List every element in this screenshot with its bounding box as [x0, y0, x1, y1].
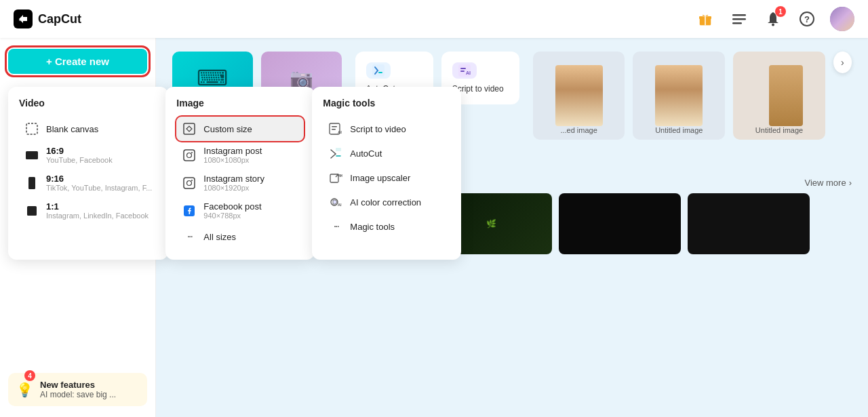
svg-point-22 — [191, 152, 193, 153]
dropdown-item-16-9[interactable]: 16:9 YouTube, Facebook — [19, 141, 157, 169]
ratio-1-1-label: 1:1 — [46, 201, 149, 212]
instagram-post-sub: 1080×1080px — [203, 156, 262, 164]
svg-rect-15 — [26, 123, 37, 134]
autocut-magic-icon — [328, 146, 343, 161]
dropdown-item-autocut[interactable]: AutoCut — [323, 141, 450, 165]
create-new-button[interactable]: + Create new — [8, 49, 147, 74]
features-text-area: New features AI model: save big ... — [40, 380, 116, 399]
script-icon: AI — [328, 121, 343, 136]
dropdown-image-column: Image Custom size Instagram post 10 — [165, 87, 315, 260]
svg-rect-13 — [460, 71, 465, 72]
dropdown-item-custom-size[interactable]: Custom size — [176, 117, 304, 141]
color-correction-icon: AI — [328, 195, 343, 210]
svg-rect-23 — [184, 178, 195, 188]
svg-rect-20 — [184, 150, 195, 161]
autocut-magic-label: AutoCut — [350, 148, 382, 159]
svg-point-24 — [187, 180, 192, 185]
dropdown-item-script-to-video[interactable]: AI Script to video — [323, 117, 450, 141]
features-title: New features — [40, 380, 116, 390]
svg-point-25 — [191, 180, 193, 181]
template-card-4[interactable] — [559, 193, 681, 254]
navbar-logo-area: CapCut — [14, 9, 81, 28]
dropdown-item-image-upscaler[interactable]: 4K Image upscaler — [323, 165, 450, 190]
dropdown-magic-title: Magic tools — [323, 98, 450, 108]
ratio-1-1-sub: Instagram, LinkedIn, Facebook — [46, 212, 149, 220]
dropdown-item-9-16[interactable]: 9:16 TikTok, YouTube, Instagram, F... — [19, 169, 157, 197]
svg-text:4K: 4K — [338, 174, 342, 178]
template-card-5[interactable] — [688, 193, 810, 254]
svg-text:AI: AI — [338, 203, 342, 207]
svg-rect-5 — [732, 18, 746, 20]
all-sizes-label: All sizes — [203, 232, 236, 242]
svg-text:?: ? — [804, 14, 810, 24]
new-features-badge[interactable]: 4 💡 New features AI model: save big ... — [8, 373, 147, 406]
app-logo-text: CapCut — [38, 12, 81, 26]
instagram-post-label: Instagram post — [203, 146, 262, 156]
instagram-story-icon — [182, 176, 197, 191]
svg-text:AI: AI — [338, 130, 342, 134]
facebook-post-sub: 940×788px — [203, 212, 261, 220]
upscaler-icon: 4K — [328, 170, 343, 185]
view-more-text: View more — [804, 178, 846, 188]
gift-icon-btn[interactable] — [694, 8, 716, 30]
features-count-badge: 4 — [24, 370, 35, 381]
lightbulb-icon: 💡 — [16, 382, 33, 398]
image-upscaler-label: Image upscaler — [350, 173, 410, 183]
bell-icon-btn[interactable]: 1 — [762, 8, 784, 30]
svg-rect-29 — [332, 129, 336, 130]
navbar: CapCut 1 — [0, 0, 868, 38]
dropdown-item-1-1[interactable]: 1:1 Instagram, LinkedIn, Facebook — [19, 197, 157, 224]
avatar-image — [830, 7, 854, 31]
image-thumb-1[interactable]: ...ed image — [533, 52, 625, 140]
canvas-icon — [24, 121, 39, 136]
svg-rect-19 — [184, 123, 195, 134]
chevron-right-icon: › — [849, 178, 852, 188]
dropdown-video-title: Video — [19, 98, 157, 108]
bell-badge: 1 — [775, 6, 786, 17]
device-icon-purple: 📷 — [290, 67, 313, 90]
image-thumb-3[interactable]: Untitled image — [733, 52, 825, 140]
ratio-9-16-sub: TikTok, YouTube, Instagram, F... — [46, 184, 152, 192]
next-arrow-button[interactable]: › — [833, 52, 852, 73]
svg-rect-16 — [26, 151, 38, 159]
dropdown-item-all-sizes[interactable]: ··· All sizes — [176, 224, 304, 249]
dropdown-item-blank-canvas[interactable]: Blank canvas — [19, 117, 157, 141]
dropdown-image-title: Image — [176, 98, 304, 108]
magic-tools-label: Magic tools — [350, 222, 395, 232]
help-icon: ? — [800, 12, 814, 26]
svg-rect-18 — [27, 206, 37, 216]
image-label-3: Untitled image — [755, 126, 803, 134]
instagram-post-icon — [182, 148, 197, 163]
custom-size-icon — [182, 121, 197, 136]
instagram-story-sub: 1080×1920px — [203, 184, 264, 192]
dropdown-item-instagram-story[interactable]: Instagram story 1080×1920px — [176, 169, 304, 197]
script-to-video-label: Script to video — [350, 124, 406, 134]
avatar[interactable] — [830, 7, 854, 31]
dropdown-item-instagram-post[interactable]: Instagram post 1080×1080px — [176, 141, 304, 169]
all-sizes-icon: ··· — [182, 229, 197, 244]
ai-color-correction-label: AI color correction — [350, 197, 421, 207]
menu-icon-btn[interactable] — [728, 8, 750, 30]
instagram-story-label: Instagram story — [203, 174, 264, 184]
autocut-icon — [366, 62, 391, 79]
svg-text:AI: AI — [466, 71, 471, 75]
svg-point-7 — [772, 24, 774, 26]
image-thumb-2[interactable]: Untitled image — [633, 52, 725, 140]
dropdown-item-ai-color-correction[interactable]: AI AI color correction — [323, 190, 450, 214]
svg-rect-4 — [732, 14, 746, 16]
view-more-button[interactable]: View more › — [804, 178, 852, 188]
blank-canvas-label: Blank canvas — [46, 124, 98, 134]
ratio-9-16-icon — [24, 176, 39, 191]
dropdown-video-column: Video Blank canvas 16:9 YouTube, Faceboo… — [8, 87, 168, 260]
dropdown-magic-column: Magic tools AI Script to video — [312, 87, 461, 260]
custom-size-label: Custom size — [203, 124, 252, 134]
svg-rect-31 — [336, 148, 341, 151]
features-subtitle: AI model: save big ... — [40, 390, 116, 399]
help-icon-btn[interactable]: ? — [796, 8, 818, 30]
svg-rect-17 — [28, 177, 35, 189]
ratio-16-9-icon — [24, 148, 39, 163]
dropdown-item-magic-tools[interactable]: ··· Magic tools — [323, 214, 450, 239]
image-label-1: ...ed image — [560, 126, 597, 134]
dropdown-item-facebook-post[interactable]: Facebook post 940×788px — [176, 197, 304, 224]
more-magic-icon: ··· — [328, 219, 343, 234]
